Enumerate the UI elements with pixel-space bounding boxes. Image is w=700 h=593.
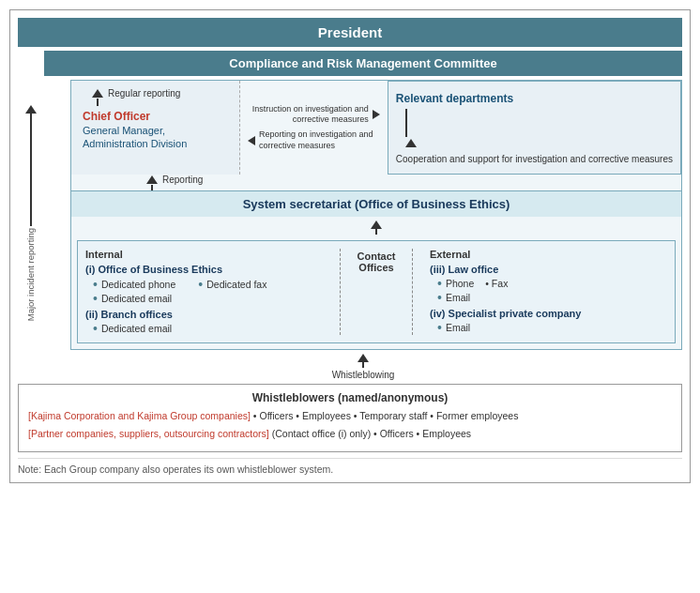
cooperation-arrow-head [405, 137, 417, 150]
cooperation-arrow-line [405, 109, 407, 137]
contact-offices-label-text: Contact [358, 251, 396, 262]
whistleblowing-arrow-area: Whistleblowing [44, 354, 682, 380]
chief-officer-box: Regular reporting Chief Officer General … [71, 81, 240, 175]
chief-subtitle1: General Manager, [83, 125, 228, 136]
instruction-arrow-right [373, 110, 380, 119]
major-incident-label: Major incident reporting [25, 228, 36, 321]
right-dashed-divider [412, 249, 413, 335]
left-dashed-divider [340, 249, 341, 335]
whistleblowing-arrow [358, 354, 369, 362]
whistleblowers-row2: [Partner companies, suppliers, outsourci… [28, 427, 672, 442]
wb-row2-items: • Officers • Employees [373, 428, 471, 439]
wb-row1-items: • Officers • Employees • Temporary staff… [251, 410, 518, 421]
external-heading: External [430, 249, 667, 260]
relevant-box: Relevant departments Cooperation and sup… [388, 81, 681, 175]
cooperation-label: Cooperation and support for investigatio… [396, 154, 673, 164]
whistleblowers-box: Whistleblowers (named/anonymous) [Kajima… [18, 384, 682, 452]
reporting-up-area: Reporting [71, 175, 681, 190]
major-incident-arrow-head [25, 105, 37, 114]
system-up-arrow [371, 220, 382, 229]
reporting-label: Reporting [162, 175, 203, 185]
system-up-line [375, 229, 377, 235]
item-i-bullet-email: • Dedicated email [93, 292, 172, 305]
regular-reporting-line [97, 99, 99, 106]
divider-area: Contact Offices [332, 249, 420, 335]
contact-offices-section: Internal (i) Office of Business Ethics •… [77, 240, 676, 343]
whistleblowing-label: Whistleblowing [332, 370, 395, 380]
wb-contact: (Contact office (i) only) [272, 428, 371, 439]
whistleblowers-row1: [Kajima Corporation and Kajima Group com… [28, 409, 672, 424]
instruction-row: Instruction on investigation and correct… [248, 104, 380, 126]
item-ii-bullet-email: • Dedicated email [93, 322, 323, 335]
chief-subtitle2: Administration Division [83, 138, 228, 149]
item-iii-bullet-email: • Email [437, 291, 667, 304]
major-incident-area: Major incident reporting [18, 76, 44, 350]
reporting-inv-row: Reporting on investigation and correctiv… [248, 129, 380, 151]
note-text: Note: Each Group company also operates i… [18, 458, 682, 475]
item-i-bullet-phone: • Dedicated phone [93, 278, 175, 291]
external-section: External (iii) Law office • Phone • Fax … [420, 249, 667, 335]
item-iii-bullet-phone: • Phone • Fax [437, 277, 667, 290]
internal-section: Internal (i) Office of Business Ethics •… [85, 249, 332, 335]
committee-label: Compliance and Risk Management Committee [229, 56, 496, 70]
item-iv-name: (iv) Specialist private company [430, 308, 667, 319]
relevant-label: Relevant departments [396, 92, 513, 105]
reporting-inv-label: Reporting on investigation and correctiv… [259, 129, 380, 151]
chief-title: Chief Officer [83, 110, 228, 123]
reporting-line [151, 185, 153, 190]
committee-box: Compliance and Risk Management Committee [44, 51, 682, 76]
blue-bordered-section: Regular reporting Chief Officer General … [70, 80, 682, 350]
contact-offices-inner: Internal (i) Office of Business Ethics •… [85, 249, 667, 335]
system-up-arrow-area [71, 220, 681, 235]
contact-offices-label-text2: Offices [358, 262, 393, 273]
wb-bracket1: [Kajima Corporation and Kajima Group com… [28, 410, 251, 421]
whistleblowers-title: Whistleblowers (named/anonymous) [28, 391, 672, 404]
contact-offices-label: Contact Offices [348, 249, 404, 335]
wb-bracket2: [Partner companies, suppliers, outsourci… [28, 428, 269, 439]
president-label: President [318, 24, 382, 40]
major-incident-arrow-line [30, 114, 32, 226]
main-container: President Compliance and Risk Management… [9, 9, 691, 483]
instruction-label: Instruction on investigation and correct… [248, 104, 369, 126]
regular-reporting-arrow [92, 89, 103, 98]
item-iii-name: (iii) Law office [430, 264, 667, 275]
internal-heading: Internal [85, 249, 323, 260]
reporting-up-arrow [146, 175, 158, 184]
middle-arrows-area: Instruction on investigation and correct… [240, 81, 388, 175]
item-iv-bullet-email: • Email [437, 321, 667, 334]
whistleblowing-line [362, 362, 364, 368]
item-i-name: (i) Office of Business Ethics [85, 264, 323, 275]
item-i-bullet-fax: • Dedicated fax [198, 278, 266, 291]
president-box: President [18, 18, 682, 47]
regular-reporting-label: Regular reporting [108, 88, 180, 99]
reporting-inv-arrow-left [248, 136, 255, 145]
system-sec-box: System secretariat (Office of Business E… [71, 190, 681, 217]
item-ii-name: (ii) Branch offices [85, 309, 323, 320]
system-sec-label: System secretariat (Office of Business E… [243, 197, 510, 211]
